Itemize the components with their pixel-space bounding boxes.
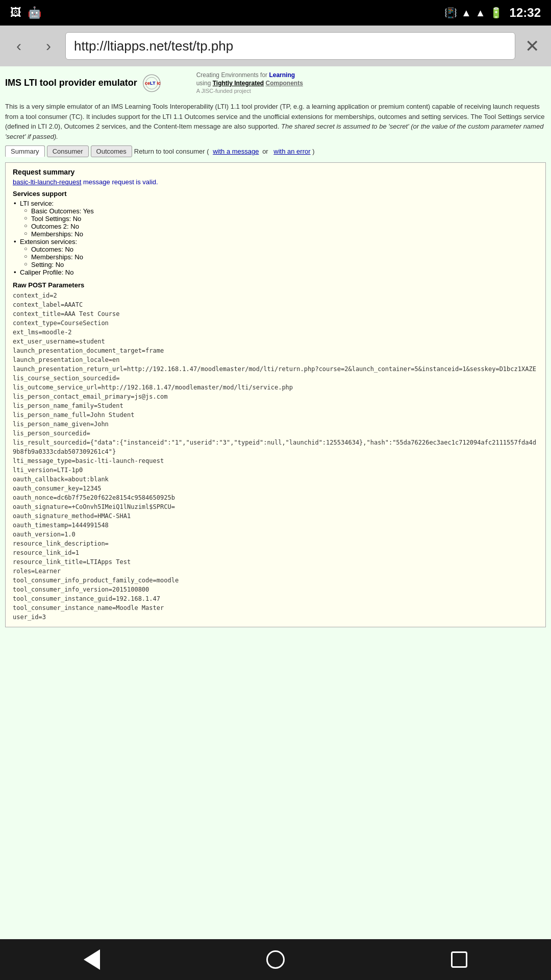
- url-bar[interactable]: http://ltiapps.net/test/tp.php: [65, 32, 515, 60]
- home-nav-button[interactable]: [260, 944, 291, 975]
- back-button[interactable]: ‹: [6, 31, 32, 61]
- bottom-nav: [0, 939, 551, 980]
- return-or: or: [262, 148, 268, 155]
- lti-service-item: Tool Settings: No: [20, 215, 538, 223]
- page-content: IMS LTI tool provider emulator ce LT Ic …: [0, 66, 551, 980]
- tagline-creating: Creating Environments for: [196, 71, 267, 79]
- tagline-sub: A JISC-funded project: [196, 87, 303, 94]
- tab-consumer[interactable]: Consumer: [47, 145, 89, 157]
- svg-text:Ic: Ic: [157, 81, 161, 86]
- tagline-learning: Learning: [269, 71, 295, 79]
- android-icon: 🤖: [28, 6, 41, 19]
- ext-service-item: Memberships: No: [20, 253, 538, 261]
- valid-link: basic-lti-launch-request: [13, 178, 81, 186]
- request-summary-title: Request summary: [13, 168, 538, 176]
- return-message-link[interactable]: with a message: [213, 148, 259, 155]
- return-paren-open: (: [207, 148, 209, 155]
- svg-text:ce: ce: [145, 81, 150, 86]
- recent-icon: [451, 951, 467, 968]
- recent-nav-button[interactable]: [444, 944, 474, 975]
- svg-text:LT: LT: [150, 81, 156, 86]
- back-nav-button[interactable]: [77, 944, 107, 975]
- lti-service-item: Memberships: No: [20, 230, 538, 238]
- tabs-bar: Summary Consumer Outcomes Return to tool…: [5, 145, 546, 157]
- raw-post-title: Raw POST Parameters: [13, 281, 538, 289]
- close-button[interactable]: ✕: [519, 31, 545, 61]
- photo-icon: 🖼: [10, 6, 21, 19]
- page-title: IMS LTI tool provider emulator: [5, 78, 137, 88]
- browser-bar: ‹ › http://ltiapps.net/test/tp.php ✕: [0, 26, 551, 66]
- battery-icon: 🔋: [490, 7, 503, 19]
- extension-service-group: Extension services: Outcomes: No Members…: [13, 238, 538, 268]
- time-display: 12:32: [510, 6, 541, 20]
- return-label: Return to tool consumer: [134, 148, 205, 155]
- back-icon: [84, 949, 100, 970]
- return-prefix: Return to tool consumer ( with a message…: [134, 148, 315, 155]
- vibrate-icon: 📳: [444, 7, 457, 19]
- header-tagline: Creating Environments for Learning using…: [196, 71, 303, 94]
- status-bar: 🖼 🤖 📳 ▲ ▲ 🔋 12:32: [0, 0, 551, 26]
- signal-icon: ▲: [475, 7, 486, 19]
- tab-summary[interactable]: Summary: [5, 145, 45, 157]
- wifi-icon: ▲: [461, 7, 471, 19]
- extension-service-label: Extension services:: [20, 238, 77, 246]
- return-paren-close: ): [312, 148, 314, 155]
- valid-suffix: message request is valid.: [83, 178, 158, 186]
- ext-service-item: Setting: No: [20, 261, 538, 268]
- url-text: http://ltiapps.net/test/tp.php: [74, 38, 233, 54]
- forward-button[interactable]: ›: [36, 31, 61, 61]
- tagline-tightly: Tightly Integrated: [213, 80, 264, 87]
- lti-service-label: LTI service:: [20, 200, 54, 207]
- home-icon: [266, 950, 285, 969]
- status-bar-right: 📳 ▲ ▲ 🔋 12:32: [444, 6, 541, 20]
- return-error-link[interactable]: with an error: [273, 148, 310, 155]
- caliper-item: Caliper Profile: No: [13, 268, 538, 276]
- logo-area: ce LT Ic Creating Environments for Learn…: [142, 71, 303, 94]
- tagline-components: Components: [266, 80, 303, 87]
- status-bar-left: 🖼 🤖: [10, 6, 41, 19]
- tab-outcomes[interactable]: Outcomes: [91, 145, 132, 157]
- lti-service-item: Outcomes 2: No: [20, 223, 538, 230]
- services-title: Services support: [13, 190, 538, 198]
- raw-post-content: context_id=2 context_label=AAATC context…: [13, 291, 538, 622]
- lti-service-item: Basic Outcomes: Yes: [20, 207, 538, 215]
- celtic-logo: ce LT Ic: [142, 72, 193, 94]
- lti-service-group: LTI service: Basic Outcomes: Yes Tool Se…: [13, 200, 538, 238]
- description-text: This is a very simple emulator of an IMS…: [5, 102, 546, 141]
- valid-message: basic-lti-launch-request message request…: [13, 178, 538, 186]
- tagline-using: using: [196, 80, 211, 87]
- main-box: Request summary basic-lti-launch-request…: [5, 162, 546, 627]
- ext-service-item: Outcomes: No: [20, 246, 538, 253]
- page-header: IMS LTI tool provider emulator ce LT Ic …: [5, 71, 546, 96]
